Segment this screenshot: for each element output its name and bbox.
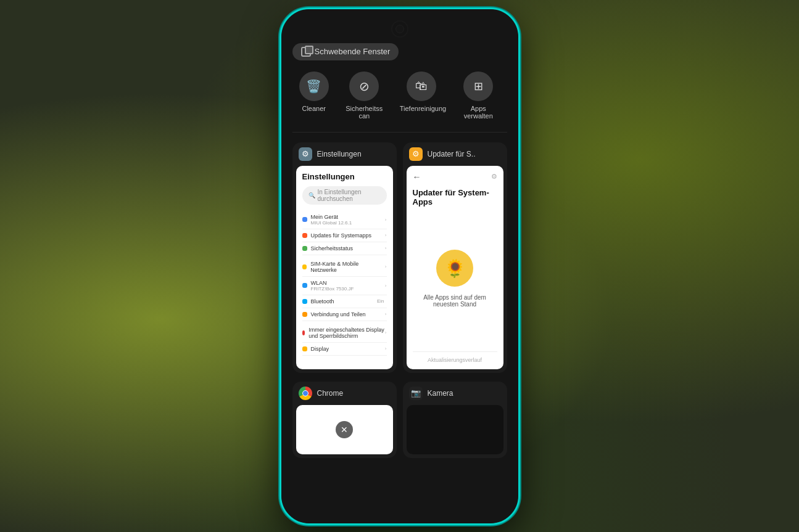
quick-actions-row: 🗑️ Cleaner ⊘ Sicherheitss can 🛍 Tiefenre…	[292, 72, 507, 120]
settings-item-0[interactable]: Mein Gerät MIUI Global 12.6.1 ›	[302, 211, 387, 229]
chevron-icon-7: ›	[385, 330, 387, 335]
floating-window-label: Schwebende Fenster	[315, 47, 391, 56]
chevron-icon-1: ›	[385, 232, 387, 238]
chevron-icon: ›	[385, 217, 387, 223]
updater-preview-title: Updater für System-Apps	[413, 188, 497, 207]
settings-item-5-dot	[302, 299, 307, 304]
updater-card-title: Updater für S..	[428, 150, 476, 158]
updater-app-icon: ⚙	[409, 147, 423, 161]
einstellungen-app-icon: ⚙	[299, 147, 312, 161]
floating-window-badge[interactable]: Schwebende Fenster	[292, 43, 399, 60]
close-button[interactable]: ✕	[336, 421, 353, 438]
divider	[292, 132, 507, 133]
settings-item-8-dot	[302, 346, 307, 351]
settings-search-placeholder: In Einstellungen durchsuchen	[318, 189, 381, 202]
chrome-card-content: ✕	[296, 405, 393, 454]
apps-verwalten-label: Apps verwalten	[457, 105, 500, 120]
cleaner-label: Cleaner	[302, 105, 326, 112]
settings-item-4-dot	[302, 283, 307, 288]
apps-verwalten-icon: ⊞	[463, 72, 493, 101]
updater-preview: ← ⚙ Updater für System-Apps 🌻 Alle Apps …	[407, 166, 503, 369]
updater-card-content: ← ⚙ Updater für System-Apps 🌻 Alle Apps …	[407, 166, 503, 369]
tiefenreinigung-icon: 🛍	[407, 72, 436, 101]
einstellungen-card[interactable]: ⚙ Einstellungen Einstellungen 🔍 In Einst…	[292, 142, 397, 373]
settings-item-7-label: Immer eingeschaltetes Display und Sperrb…	[308, 327, 385, 339]
settings-item-1[interactable]: Updates für Systemapps ›	[302, 229, 387, 242]
settings-item-4-label: WLAN	[311, 280, 354, 286]
cleaner-icon: 🗑️	[299, 72, 329, 101]
updater-footer: Aktualisierungsverlauf	[413, 351, 497, 363]
quick-action-sicherheitsscan[interactable]: ⊘ Sicherheitss can	[342, 72, 386, 120]
phone-screen: Schwebende Fenster 🗑️ Cleaner ⊘ Sicherhe…	[281, 9, 518, 523]
bottom-app-cards: Chrome ✕ 📷 Kamera	[292, 382, 507, 458]
settings-item-7[interactable]: Immer eingeschaltetes Display und Sperrb…	[302, 324, 387, 343]
updater-flower-icon: 🌻	[436, 250, 473, 287]
updater-card-header: ⚙ Updater für S..	[403, 142, 507, 166]
settings-preview: Einstellungen 🔍 In Einstellungen durchsu…	[296, 166, 393, 362]
settings-item-2[interactable]: Sicherheitsstatus ›	[302, 242, 387, 255]
floating-window-icon	[301, 47, 311, 57]
kamera-card-header: 📷 Kamera	[403, 382, 507, 405]
sicherheitsscan-icon: ⊘	[349, 72, 379, 101]
settings-item-8[interactable]: Display ›	[302, 343, 387, 356]
settings-item-3-dot	[302, 264, 307, 269]
settings-item-7-dot	[302, 330, 305, 335]
kamera-card-content	[407, 405, 503, 454]
chrome-card-title: Chrome	[317, 389, 344, 398]
settings-item-6[interactable]: Verbindung und Teilen ›	[302, 308, 387, 321]
settings-item-6-label: Verbindung und Teilen	[311, 311, 366, 317]
updater-body: 🌻 Alle Apps sind auf dem neuesten Stand	[413, 207, 497, 351]
chevron-icon-4: ›	[385, 283, 387, 289]
settings-item-1-dot	[302, 233, 307, 238]
einstellungen-card-content: Einstellungen 🔍 In Einstellungen durchsu…	[296, 166, 393, 369]
settings-item-5[interactable]: Bluetooth Ein	[302, 295, 387, 308]
settings-item-4[interactable]: WLAN FRITZ!Box 7530.JF ›	[302, 277, 387, 295]
updater-status-text: Alle Apps sind auf dem neuesten Stand	[413, 294, 497, 308]
chevron-icon-2: ›	[385, 245, 387, 251]
settings-item-2-dot	[302, 246, 307, 251]
updater-preview-header: ← ⚙	[413, 172, 497, 182]
einstellungen-card-title: Einstellungen	[317, 150, 362, 158]
chrome-card[interactable]: Chrome ✕	[292, 382, 397, 458]
settings-item-5-sub: Ein	[377, 298, 384, 304]
kamera-card[interactable]: 📷 Kamera	[403, 382, 507, 458]
settings-item-8-label: Display	[311, 346, 329, 352]
kamera-card-title: Kamera	[428, 389, 453, 398]
kamera-icon: 📷	[409, 387, 423, 400]
updater-settings-icon[interactable]: ⚙	[491, 173, 497, 181]
tiefenreinigung-label: Tiefenreinigung	[400, 105, 443, 112]
phone-shell: Schwebende Fenster 🗑️ Cleaner ⊘ Sicherhe…	[279, 7, 520, 525]
settings-item-5-label: Bluetooth	[311, 298, 334, 305]
settings-item-3[interactable]: SIM-Karte & Mobile Netzwerke ›	[302, 258, 387, 277]
updater-card[interactable]: ⚙ Updater für S.. ← ⚙ Updater für System…	[403, 142, 507, 373]
chevron-icon-3: ›	[385, 264, 387, 269]
chevron-icon-8: ›	[385, 346, 387, 351]
quick-action-apps-verwalten[interactable]: ⊞ Apps verwalten	[457, 72, 500, 120]
settings-preview-title: Einstellungen	[302, 172, 387, 181]
quick-action-tiefenreinigung[interactable]: 🛍 Tiefenreinigung	[400, 72, 443, 120]
settings-item-1-label: Updates für Systemapps	[311, 232, 372, 239]
quick-action-cleaner[interactable]: 🗑️ Cleaner	[299, 72, 329, 120]
chevron-icon-6: ›	[385, 311, 387, 317]
sicherheitsscan-label: Sicherheitss can	[342, 105, 386, 120]
settings-item-0-label: Mein Gerät	[311, 214, 352, 220]
settings-item-6-dot	[302, 312, 307, 317]
flower-emoji: 🌻	[444, 258, 466, 279]
settings-item-2-label: Sicherheitsstatus	[311, 245, 354, 252]
chrome-icon	[299, 387, 312, 400]
top-app-cards: ⚙ Einstellungen Einstellungen 🔍 In Einst…	[292, 142, 507, 373]
search-icon: 🔍	[308, 192, 315, 198]
chrome-card-header: Chrome	[292, 382, 397, 405]
settings-item-0-sub: MIUI Global 12.6.1	[311, 220, 352, 226]
settings-search-bar: 🔍 In Einstellungen durchsuchen	[302, 186, 387, 205]
settings-item-3-label: SIM-Karte & Mobile Netzwerke	[310, 261, 385, 273]
back-arrow-icon[interactable]: ←	[413, 172, 421, 182]
settings-item-0-dot	[302, 217, 307, 222]
settings-item-4-sub: FRITZ!Box 7530.JF	[311, 286, 354, 292]
einstellungen-card-header: ⚙ Einstellungen	[292, 142, 397, 166]
